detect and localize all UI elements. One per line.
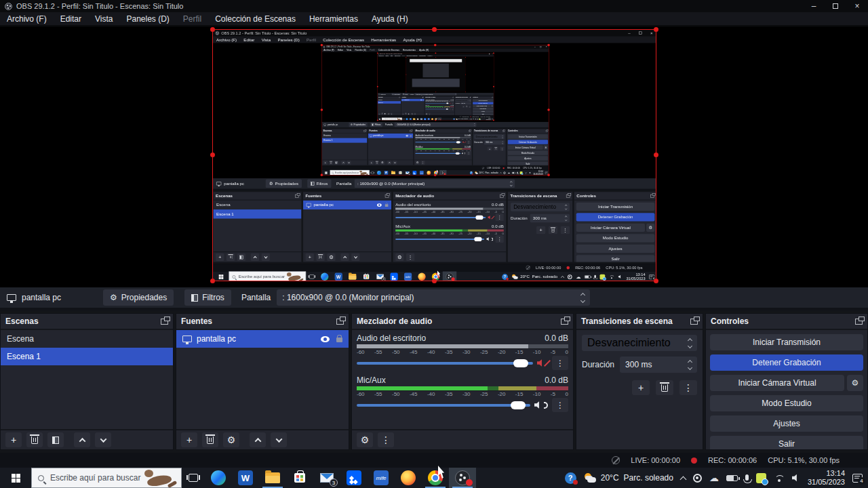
battery-icon[interactable] xyxy=(585,275,591,279)
menu-archivo[interactable]: Archivo (F) xyxy=(213,37,240,42)
remove-scene-button[interactable] xyxy=(226,253,235,261)
menu-paneles[interactable]: Paneles (D) xyxy=(353,49,368,52)
mixer-menu-button[interactable]: ⋮ xyxy=(378,432,394,447)
maximize-button[interactable] xyxy=(635,30,646,36)
duration-spinbox[interactable]: 300 ms xyxy=(460,102,471,104)
menu-paneles[interactable]: Paneles (D) xyxy=(120,14,176,24)
move-source-down-button[interactable] xyxy=(414,113,416,115)
move-scene-up-button[interactable] xyxy=(387,113,389,115)
battery-icon[interactable] xyxy=(512,172,515,174)
channel-menu-button[interactable]: ⋮ xyxy=(552,356,568,370)
volume-slider[interactable] xyxy=(425,109,448,110)
channel-menu-button[interactable]: ⋮ xyxy=(467,140,471,144)
mixer-menu-button[interactable]: ⋮ xyxy=(429,113,431,115)
menu-herramientas[interactable]: Herramientas xyxy=(401,49,417,52)
display-select[interactable]: : 1600x900 @ 0.0 (Monitor principal) xyxy=(277,289,590,306)
start-streaming-button[interactable]: Iniciar Transmisión xyxy=(473,99,493,101)
selection-handle-top-left[interactable] xyxy=(377,52,378,54)
visibility-eye-icon[interactable] xyxy=(377,203,382,207)
remove-source-button[interactable] xyxy=(202,432,218,447)
selection-handle-bottom-right[interactable] xyxy=(493,119,494,121)
menu-vista[interactable]: Vista xyxy=(258,37,275,42)
capture-selection[interactable]: OBS 29.1.2 - Perfil: Sin Titulo - Escena… xyxy=(321,45,549,175)
move-source-up-button[interactable] xyxy=(411,113,413,115)
selection-handle-mid-right[interactable] xyxy=(465,75,466,75)
taskbar-dropbox[interactable] xyxy=(387,272,401,281)
scene-item-selected[interactable]: Escena 1 xyxy=(322,138,368,143)
transition-select[interactable]: Desvanecimiento xyxy=(456,100,471,102)
add-source-button[interactable]: + xyxy=(370,161,374,165)
popout-icon[interactable] xyxy=(399,97,400,98)
task-view-button[interactable] xyxy=(370,170,376,175)
mixer-menu-button[interactable]: ⋮ xyxy=(406,253,414,261)
add-scene-button[interactable]: + xyxy=(216,253,224,261)
move-source-down-button[interactable] xyxy=(351,253,359,261)
taskbar-obs[interactable] xyxy=(449,468,476,488)
weather-widget[interactable]: 20°C Parc. soleado xyxy=(584,472,673,483)
start-button[interactable] xyxy=(213,272,229,281)
menu-archivo[interactable]: Archivo (F) xyxy=(322,49,336,52)
taskbar-mife[interactable]: mife xyxy=(418,170,425,175)
capture-selection[interactable]: OBS 29.1.2 - Perfil: Sin Titulo - Escena… xyxy=(378,53,494,120)
task-view-button[interactable] xyxy=(306,272,317,281)
selection-handle-top-left[interactable] xyxy=(406,57,406,58)
selection-handle-bottom-center[interactable] xyxy=(434,174,437,176)
popout-icon[interactable] xyxy=(336,319,344,325)
remove-transition-button[interactable] xyxy=(656,380,673,395)
selection-handle-mid-left[interactable] xyxy=(406,75,406,75)
transition-menu-button[interactable]: ⋮ xyxy=(469,106,471,108)
exit-button[interactable]: Salir xyxy=(473,113,493,115)
popout-icon[interactable] xyxy=(690,319,698,325)
wifi-icon[interactable] xyxy=(481,119,483,120)
selection-handle-mid-left[interactable] xyxy=(210,152,215,157)
microphone-tray-icon[interactable] xyxy=(594,274,596,278)
volume-slider[interactable] xyxy=(395,217,486,218)
notification-center-icon[interactable]: 4 xyxy=(852,474,863,483)
popout-icon[interactable] xyxy=(855,319,863,325)
help-tray-icon[interactable]: ? xyxy=(453,119,454,120)
selection-handle-top-center[interactable] xyxy=(432,27,437,32)
start-virtual-camera-button[interactable]: Iniciar Cámara Virtual xyxy=(508,145,543,149)
exit-button[interactable]: Salir xyxy=(576,255,655,262)
lock-icon[interactable] xyxy=(336,338,342,342)
slider-handle[interactable] xyxy=(513,359,528,367)
selection-handle-top-right[interactable] xyxy=(654,27,658,32)
selection-handle-bottom-left[interactable] xyxy=(321,174,323,176)
tray-expand-icon[interactable] xyxy=(561,276,564,279)
selection-handle-bottom-center[interactable] xyxy=(432,279,437,283)
volume-tray-icon[interactable] xyxy=(484,119,485,120)
properties-button[interactable]: ⚙ Propiedades xyxy=(391,93,401,95)
visibility-eye-icon[interactable] xyxy=(406,135,408,136)
menu-editar[interactable]: Editar xyxy=(240,37,258,42)
display-select[interactable]: : 1600x900 @ 0.0 (Monitor principal) xyxy=(395,123,477,127)
transition-select[interactable]: Desvanecimiento xyxy=(474,135,505,139)
menu-editar[interactable]: Editar xyxy=(54,14,88,24)
taskbar-edge[interactable] xyxy=(376,170,382,175)
microphone-tray-icon[interactable] xyxy=(477,119,478,119)
popout-icon[interactable] xyxy=(500,195,504,198)
selection-handle-top-left[interactable] xyxy=(321,44,323,47)
duration-spinbox[interactable]: 300 ms xyxy=(484,140,505,144)
notification-center-icon[interactable]: 4 xyxy=(649,274,654,279)
selection-handle-mid-right[interactable] xyxy=(493,86,494,87)
advanced-audio-button[interactable]: ⚙ xyxy=(425,113,427,115)
selection-handle-top-center[interactable] xyxy=(434,44,437,47)
slider-handle[interactable] xyxy=(456,141,460,143)
menu-ayuda[interactable]: Ayuda (H) xyxy=(399,37,425,42)
volume-slider[interactable] xyxy=(425,103,449,104)
obs-tray-icon[interactable] xyxy=(693,474,702,483)
help-tray-icon[interactable]: ? xyxy=(502,274,508,280)
move-scene-down-button[interactable] xyxy=(262,253,270,261)
wifi-icon[interactable] xyxy=(524,171,527,174)
taskbar-edge[interactable] xyxy=(318,272,332,281)
filters-button[interactable]: Filtros xyxy=(402,93,408,95)
taskbar-chrome[interactable] xyxy=(422,468,449,488)
menu-editar[interactable]: Editar xyxy=(336,49,344,52)
weather-widget[interactable]: 20°C Parc. soleado xyxy=(475,171,498,174)
volume-tray-icon[interactable] xyxy=(618,274,623,279)
clock-widget[interactable]: 13:14 31/05/2023 xyxy=(486,118,490,120)
add-scene-button[interactable]: + xyxy=(323,161,328,165)
selection-handle-top-right[interactable] xyxy=(547,44,550,47)
selection-handle-top-left[interactable] xyxy=(210,27,215,32)
wifi-icon[interactable] xyxy=(774,474,785,482)
